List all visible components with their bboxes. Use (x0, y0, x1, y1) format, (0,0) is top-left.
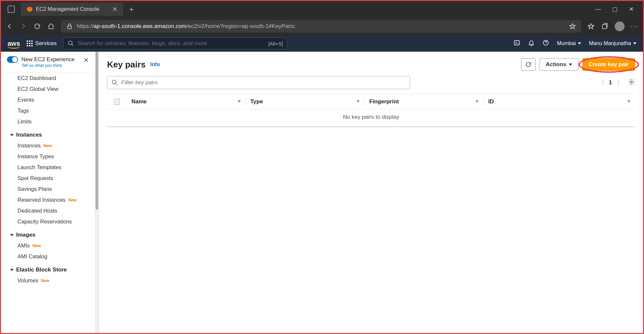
lock-icon (66, 22, 73, 30)
new-experience-toggle[interactable] (7, 56, 18, 63)
sidebar-item[interactable]: Reserved InstancesNew (1, 194, 95, 205)
sidebar: New EC2 Experience Tell us what you thin… (1, 52, 95, 333)
refresh-icon (525, 61, 532, 68)
sidebar-section[interactable]: Images (1, 227, 95, 240)
url-text: https://ap-south-1.console.aws.amazon.co… (77, 23, 296, 30)
sidebar-item[interactable]: Tags (1, 105, 95, 116)
sidebar-item[interactable]: VolumesNew (1, 275, 95, 286)
svg-marker-0 (27, 7, 32, 12)
services-menu[interactable]: Services (27, 40, 57, 47)
aws-logo[interactable]: aws (8, 40, 20, 47)
help-icon[interactable] (543, 39, 549, 47)
sort-icon (356, 100, 360, 103)
forward-icon[interactable] (19, 22, 27, 30)
menu-icon[interactable]: ··· (630, 22, 638, 30)
favorite-icon[interactable] (569, 22, 576, 30)
region-selector[interactable]: Mumbai (557, 40, 581, 46)
page-number: 1 (609, 79, 612, 86)
settings-button[interactable] (628, 78, 635, 87)
user-menu[interactable]: Manu Manjunatha (589, 40, 636, 46)
tab-group-icon[interactable] (8, 6, 15, 13)
minimize-icon[interactable]: — (595, 6, 602, 13)
table-header: Name Type Fingerprint ID (107, 94, 635, 109)
new-experience-banner: New EC2 Experience Tell us what you thin… (1, 52, 95, 73)
aws-header: aws Services [Alt+S] Mumbai Manu Manjuna… (1, 35, 643, 52)
sidebar-item[interactable]: Launch Templates (1, 162, 95, 173)
caret-down-icon (569, 64, 572, 66)
sidebar-item[interactable]: EC2 Global View (1, 84, 95, 94)
maximize-icon[interactable]: ▢ (611, 6, 618, 13)
home-icon[interactable] (47, 22, 55, 30)
sidebar-item[interactable]: Dedicated Hosts (1, 205, 95, 216)
refresh-icon[interactable] (33, 22, 41, 30)
aws-search-input[interactable] (77, 40, 265, 47)
favorites-bar-icon[interactable] (587, 22, 595, 30)
new-experience-title: New EC2 Experience (21, 56, 80, 63)
sort-icon (627, 100, 630, 103)
sidebar-section[interactable]: Elastic Block Store (1, 262, 95, 275)
cloudshell-icon[interactable] (514, 39, 520, 47)
prev-page-icon[interactable]: 〈 (598, 78, 604, 87)
svg-rect-2 (602, 25, 607, 29)
empty-state: No key pairs to display (107, 109, 635, 127)
sidebar-item[interactable]: AMIsNew (1, 240, 95, 251)
column-name[interactable]: Name (127, 98, 245, 105)
browser-nav-bar: https://ap-south-1.console.aws.amazon.co… (1, 17, 643, 35)
next-page-icon[interactable]: 〉 (617, 78, 623, 87)
collections-icon[interactable] (601, 22, 609, 30)
actions-button[interactable]: Actions (540, 58, 578, 71)
tab-close-icon[interactable]: ✕ (112, 6, 117, 13)
new-experience-feedback-link[interactable]: Tell us what you think (21, 63, 80, 68)
browser-title-bar: EC2 Management Console ✕ ＋ — ▢ ✕ (1, 1, 643, 17)
search-kbd: [Alt+S] (268, 41, 283, 46)
sidebar-section[interactable]: Instances (1, 127, 95, 140)
profile-avatar[interactable] (615, 21, 625, 31)
sort-icon (238, 100, 241, 103)
browser-tab[interactable]: EC2 Management Console ✕ (21, 3, 123, 16)
sidebar-item[interactable]: Events (1, 94, 95, 105)
sort-icon (475, 100, 479, 103)
sidebar-item[interactable]: InstancesNew (1, 140, 95, 151)
info-link[interactable]: Info (150, 62, 160, 67)
select-all-checkbox[interactable] (114, 99, 120, 105)
svg-point-3 (69, 41, 72, 45)
grid-icon (27, 40, 33, 46)
notifications-icon[interactable] (528, 39, 535, 47)
filter-input-wrapper[interactable] (107, 76, 410, 89)
caret-down-icon (633, 42, 636, 44)
services-label: Services (35, 40, 57, 47)
svg-point-7 (630, 81, 632, 83)
aws-search[interactable]: [Alt+S] (63, 38, 287, 49)
sidebar-item[interactable]: Capacity Reservations (1, 216, 95, 227)
content-area: Key pairs Info Actions Create key pair (99, 52, 643, 333)
aws-favicon (27, 6, 33, 12)
caret-down-icon (578, 42, 581, 44)
column-type[interactable]: Type (246, 98, 364, 105)
sidebar-item[interactable]: Instance Types (1, 151, 95, 162)
sidebar-item[interactable]: Spot Requests (1, 173, 95, 184)
search-icon (68, 40, 74, 47)
new-tab-icon[interactable]: ＋ (128, 4, 135, 14)
page-title: Key pairs (107, 60, 146, 70)
create-key-pair-button[interactable]: Create key pair (582, 58, 635, 71)
sidebar-item[interactable]: EC2 Dashboard (1, 73, 95, 84)
refresh-button[interactable] (521, 58, 536, 71)
window-controls: — ▢ ✕ (595, 6, 640, 13)
sidebar-item[interactable]: Limits (1, 116, 95, 127)
sidebar-scrollbar[interactable] (95, 52, 99, 333)
url-bar[interactable]: https://ap-south-1.console.aws.amazon.co… (61, 20, 581, 33)
close-window-icon[interactable]: ✕ (628, 6, 634, 13)
svg-rect-1 (68, 26, 71, 29)
search-icon (111, 79, 118, 86)
gear-icon (628, 78, 635, 86)
sidebar-item[interactable]: Savings Plans (1, 184, 95, 194)
back-icon[interactable] (6, 22, 14, 30)
sidebar-item[interactable]: AMI Catalog (1, 251, 95, 262)
tab-title: EC2 Management Console (36, 6, 99, 12)
column-id[interactable]: ID (484, 98, 635, 105)
svg-point-6 (112, 80, 116, 84)
filter-input[interactable] (121, 79, 406, 86)
key-pairs-table: Name Type Fingerprint ID No key pairs to… (107, 94, 635, 127)
column-fingerprint[interactable]: Fingerprint (365, 98, 483, 105)
close-banner-icon[interactable]: ✕ (83, 56, 89, 64)
